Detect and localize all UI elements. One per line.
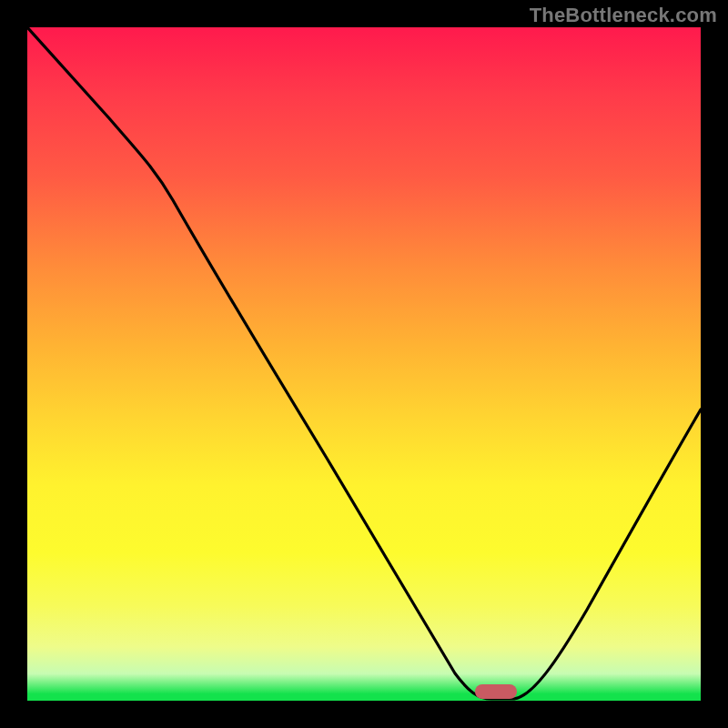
- curve-path: [27, 27, 701, 699]
- watermark-text: TheBottleneck.com: [530, 4, 717, 27]
- optimal-point-marker: [475, 684, 517, 699]
- plot-area: [27, 27, 701, 701]
- bottleneck-curve: [27, 27, 701, 701]
- chart-frame: TheBottleneck.com: [0, 0, 728, 728]
